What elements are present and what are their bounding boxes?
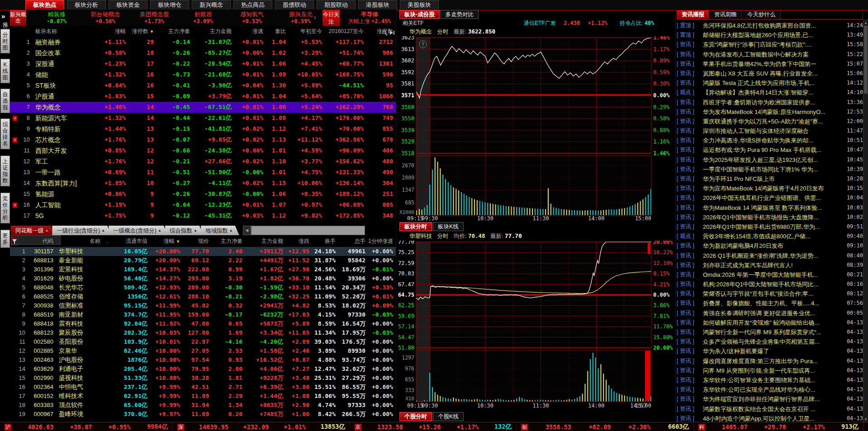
news-item[interactable]: [ 资讯 ]爆改阔直屏难度直降:第三方推出华为 Pura...04-13 (677, 356, 863, 366)
news-item[interactable]: [ 资讯 ]华为发布MateBook 14鸿蒙版:原生HarmonyO...12… (677, 107, 863, 117)
stock-row-佰维存储[interactable]: 6688525佰维存储1356亿+12.61%288.10-0.21-2.98亿… (10, 292, 396, 301)
tab-板块分时[interactable]: 板块分时 (399, 222, 432, 231)
news-item[interactable]: [ 资讯 ]黄强在长春调研时强调 更好促进服务业优...00:05 (677, 308, 863, 318)
ticker-item[interactable]: 美团概念股+1.73% (129, 11, 179, 24)
ticker-item[interactable]: 振兴东北+0.59% (276, 11, 326, 24)
stock-row-聚辰股份[interactable]: 10688123聚辰股份202.3亿+10.03%127.801.69+3.34… (10, 328, 396, 337)
news-item[interactable]: [ 资讯 ]华为2025年研发投入超三星,达1923亿元创...10:45 (677, 155, 863, 165)
tab-板块K线[interactable]: 板块K线 (433, 222, 464, 231)
news-scrollbar[interactable]: ▲ ▼ (863, 20, 868, 422)
stock-row-华塑科技[interactable]: 1301157华塑科技16.05亿+20.00%77.702.40+3911万+… (10, 247, 396, 256)
news-item[interactable]: [ 资讯 ]西班牙学者:桑切斯访华为欧洲国家提供参...13:36 (677, 98, 863, 107)
news-item[interactable]: [ 资讯 ]深圳市推动人工智能与实体经济深度融合11:47 (677, 126, 863, 136)
column-header[interactable]: 换手 (312, 236, 338, 247)
scroll-left-icon[interactable]: ◀ (243, 226, 251, 235)
ticker-category[interactable]: 新兴概念 (10, 10, 26, 26)
status-segment-科[interactable]: 科1405.07+29.78+2.17%913亿 (694, 422, 863, 431)
column-header[interactable]: 板块名称 (33, 26, 96, 37)
news-item[interactable]: [ 资讯 ]刘亦菲正式成为某汽车品牌代言人!08:39 (677, 260, 863, 270)
search-icon[interactable] (381, 29, 388, 36)
news-item[interactable]: [ 资讯 ]华为终端官宣刘亦菲担任鸿蒙智行智界品牌...04-13 (677, 394, 863, 404)
status-segment-京[interactable]: 京1323.50+15.26+1.17%132亿 (350, 422, 517, 431)
menu-tab-股债联动[interactable]: 股债联动 (275, 0, 314, 9)
status-segment-沪[interactable]: 沪4026.63+38.07+0.95%9984亿 (0, 422, 173, 431)
news-item[interactable]: [ 资讯 ]问界 M9 从突围到引领,全新一代车型或再...04-13 (677, 366, 863, 375)
sector-row-储能[interactable]: 4储能+1.32%16-0.73-21.68亿+0.01%1.09+10.05%… (10, 69, 396, 80)
column-header[interactable]: 年初至今 (289, 26, 325, 37)
tab-个股K线[interactable]: 个股K线 (433, 412, 464, 421)
sidebar-item-K线图[interactable]: K线图 (0, 59, 10, 83)
stock-row-中恒电气[interactable]: 16002364中恒电气237.1亿+9.99%42.512.71+6.39亿+… (10, 383, 396, 392)
today-focus-item[interactable]: 半导体 大幅上涨 +2.45% (343, 11, 396, 24)
column-header[interactable]: 1分钟涨速 (368, 236, 396, 247)
news-item[interactable]: [ 资讯 ]折叠屏、影像旗舰、性能主力机、平板.....4...07:56 (677, 298, 863, 308)
ticker-item[interactable]: 射频器+3.09% (178, 11, 228, 24)
sector-row-ST板块[interactable]: 5ST板块+0.64%16-0.41-3.90亿+0.04%1.30+5.89%… (10, 80, 396, 91)
news-item[interactable]: [ 观点 ]【异动解读】杰美特4月14日大涨:智能穿...14:10 (677, 88, 863, 97)
sector-row-华为概念[interactable]: 7华为概念+1.46%14-0.45-67.51亿+0.01%1.06+5.24… (10, 102, 396, 113)
news-item[interactable]: [ 资讯 ]鸿蒙智行全新一代问界 M9 系列星际贯穿式“...04-13 (677, 327, 863, 337)
news-item[interactable]: [ 资讯 ]机构:2026年Q1中国大陆智能手机市场同比...08:16 (677, 279, 863, 289)
status-segment-深[interactable]: 深14639.95+232.09+1.61%13853亿 (173, 422, 350, 431)
sidebar-item-竞价分析[interactable]: 竞价分析 (0, 193, 10, 223)
column-header[interactable]: 名称 (56, 236, 103, 247)
menu-tab-板块热点[interactable]: 板块热点 (25, 0, 64, 9)
news-item[interactable]: [ 资讯 ]远近都有戏:华为 Pura 90 Pro Max 手机搭载...10… (677, 145, 863, 155)
news-item[interactable]: [ 资讯 ]鸿蒙数字版权数实结合全国大会在京召开 ...04-13 (677, 404, 863, 414)
board-tab-同花顺一级[interactable]: 同花顺一级▲ (11, 226, 55, 235)
sector-row-氢能源[interactable]: 15氢能源+0.86%9-0.26-30.87亿-0.00%1.06+8.35%… (10, 189, 396, 199)
tab-板块-成份股[interactable]: 板块-成份股 (399, 10, 440, 19)
sector-row-专精特新[interactable]: 9专精特新+1.44%13-0.15-41.81亿+0.02%1.12+7.41… (10, 123, 396, 134)
news-item[interactable]: [ 资讯 ]东华软件:公司已实现全产品线对华为核心...04-13 (677, 385, 863, 394)
column-header[interactable]: . (103, 236, 111, 247)
tab-个股分时[interactable]: 个股分时 (399, 412, 432, 421)
scroll-down-icon[interactable]: ▼ (863, 417, 868, 422)
board-tab-地域指数[interactable]: 地域指数▲ (201, 226, 239, 235)
stock-row-利通电子[interactable]: 14603629利通电子205.4亿+10.00%79.952.00+4.06亿… (10, 365, 396, 374)
menu-tab-板块增仓[interactable]: 板块增仓 (150, 0, 189, 9)
stock-row-长光华芯[interactable]: 5688048长光华芯509.4亿+12.93%289.00-0.30-1.59… (10, 283, 396, 292)
news-item[interactable]: [ 资讯 ]2026年Q1中国智能手机出货6980万部,华为...09:51 (677, 222, 863, 232)
column-header[interactable]: 流通市值 (111, 236, 150, 247)
menu-tab-新兴概念[interactable]: 新兴概念 (192, 0, 231, 9)
sidebar-item-分时图[interactable]: 分时图 (0, 29, 10, 53)
board-tab-一级行业(含细分)[interactable]: 一级行业(含细分)▲ (52, 226, 111, 235)
stock-row-宏景科技[interactable]: 3301396宏景科技169.4亿+14.37%222.680.99+1.67亿… (10, 265, 396, 274)
stock-row-泰金新能[interactable]: 2688813泰金新能20.79亿+20.00%69.122.22+4491万+… (10, 256, 396, 265)
column-header[interactable]: 现价 (183, 236, 212, 247)
news-item[interactable]: [ 观点 ]营收3年增长154倍,市值或超800亿,户储...09:40 (677, 232, 863, 241)
etf-name[interactable]: 通信ETF广发 (524, 20, 556, 26)
sector-row-人工智能[interactable]: +16人工智能+1.19%9-0.64-12.23亿+0.01%1.07+0.9… (10, 199, 396, 210)
news-item[interactable]: [ 资讯 ]岚图泰山 X8 大五座 SUV 再曝,行业首发全...15:06 (677, 69, 863, 78)
sector-row-一带一路[interactable]: 13一带一路+0.69%11-0.51-51.90亿-0.00%1.01+4.7… (10, 167, 396, 178)
stock-row-圣阳股份[interactable]: 11002580圣阳股份103.9亿+10.01%22.97-4.16-4.20… (10, 337, 396, 346)
menu-tab-板块资金[interactable]: 板块资金 (109, 0, 147, 9)
scrollbar-thumb[interactable] (864, 26, 868, 94)
news-item[interactable]: [ 资讯 ]2026年Q1中国智能手机市场报告:大盘微降...10:02 (677, 213, 863, 222)
news-item[interactable]: [ 资讯 ]荣耀否认与字节就“豆包手机”接洽合作;苹...08:12 (677, 289, 863, 298)
expand-icon[interactable]: » (1, 12, 5, 20)
stock-row-京泉华[interactable]: 12002885京泉华62.46亿+10.00%27.052.53+1.58亿+… (10, 346, 396, 355)
tab-多走势对比[interactable]: 多走势对比 (441, 10, 479, 19)
stock-row-盛视科技[interactable]: 15002990盛视科技51.33亿+10.00%38.281.81+9228万… (10, 374, 396, 383)
menu-tab-期股联动[interactable]: 期股联动 (317, 0, 356, 9)
news-item[interactable]: [ 资讯 ]全力冲高遇冷,华境S拼命贴华为换来的却...10:51 (677, 136, 863, 145)
news-item[interactable]: [ 资讯 ]如何破解应用开发“变现难” 鲸鸿动能给出确...04-13 (677, 318, 863, 327)
news-tab-今天炒什么[interactable]: 今天炒什么 (743, 10, 781, 19)
news-item[interactable]: [ 资讯 ]苹果手机出货暴增42%,华为仍拿下中国第一15:07 (677, 59, 863, 69)
sector-intraday-chart[interactable]: 36231.46%36131.17%36020.89%35920.59%3581… (396, 36, 676, 222)
news-item[interactable]: [ 资讯 ]2026 Q1手机圈迎来“涨价潮”洗牌,华为逆势...08:40 (677, 251, 863, 260)
scroll-up-icon[interactable]: ▲ (863, 21, 868, 25)
stock-row-盈峰环境[interactable]: 19000967盈峰环境370.0亿+9.97%11.690.20+7485万+… (10, 410, 396, 419)
stock-row-维科技术[interactable]: 17600152维科技术62.91亿+9.99%11.892.29+1.44亿+… (10, 392, 396, 401)
menu-tab-热点商品[interactable]: 热点商品 (233, 0, 272, 9)
today-focus-label[interactable]: 今日关注 (323, 10, 340, 26)
sidebar-item-自选股[interactable]: 自选股 (0, 89, 10, 113)
ticker-item[interactable]: 感知氧气+0.53% (227, 11, 277, 24)
column-header[interactable]: 涨跌 (286, 236, 312, 247)
sector-row-国企改革[interactable]: 2国企改革+0.58%18-0.26-85.27亿+0.00%1.02+3.29… (10, 47, 396, 58)
sector-row-融资融券[interactable]: 1融资融券+1.11%29-0.14-31.07亿+0.01%1.04+5.53… (10, 37, 396, 47)
menu-tab-板块分析[interactable]: 板块分析 (67, 0, 106, 9)
sidebar-item-更多[interactable]: 更多 (0, 230, 10, 248)
news-item[interactable]: [ 资讯 ]2026年中国无线耳机行业产业链图谱、供需...10:04 (677, 193, 863, 203)
